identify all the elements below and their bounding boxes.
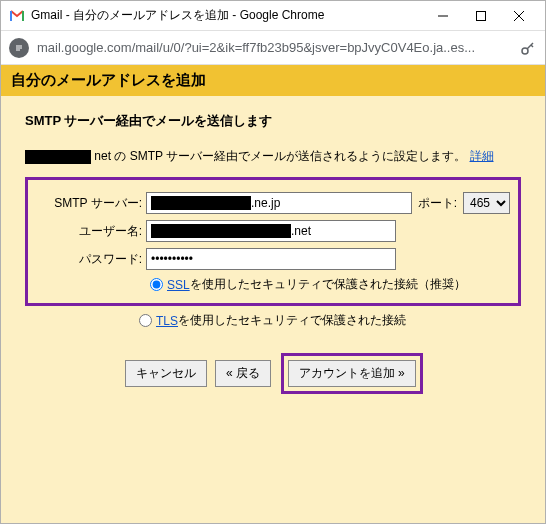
redacted-smtp-host — [151, 196, 251, 210]
svg-rect-1 — [477, 11, 486, 20]
smtp-server-row: SMTP サーバー: .ne.jp ポート: 465 — [36, 192, 510, 214]
window-titlebar: Gmail - 自分のメールアドレスを追加 - Google Chrome — [1, 1, 545, 31]
tls-text: を使用したセキュリティで保護された接続 — [178, 312, 406, 329]
add-account-button[interactable]: アカウントを追加 » — [288, 360, 416, 387]
port-select[interactable]: 465 — [463, 192, 510, 214]
ssl-link[interactable]: SSL — [167, 278, 190, 292]
cancel-button[interactable]: キャンセル — [125, 360, 207, 387]
redacted-domain — [25, 150, 91, 164]
add-account-highlight: アカウントを追加 » — [281, 353, 423, 394]
smtp-server-label: SMTP サーバー: — [36, 195, 146, 212]
ssl-radio[interactable] — [150, 278, 163, 291]
window-title: Gmail - 自分のメールアドレスを追加 - Google Chrome — [31, 7, 425, 24]
username-input[interactable]: .net — [146, 220, 396, 242]
window-controls — [425, 4, 537, 28]
password-row: パスワード: •••••••••• — [36, 248, 510, 270]
username-row: ユーザー名: .net — [36, 220, 510, 242]
back-button[interactable]: « 戻る — [215, 360, 271, 387]
button-row: キャンセル « 戻る アカウントを追加 » — [25, 353, 521, 394]
gmail-icon — [9, 8, 25, 24]
tls-radio[interactable] — [139, 314, 152, 327]
maximize-button[interactable] — [463, 4, 499, 28]
smtp-server-suffix: .ne.jp — [251, 196, 280, 210]
password-value: •••••••••• — [151, 252, 193, 266]
body-area: SMTP サーバー経由でメールを送信します net の SMTP サーバー経由で… — [1, 96, 545, 410]
page-content: 自分のメールアドレスを追加 SMTP サーバー経由でメールを送信します net … — [1, 65, 545, 523]
page-title: 自分のメールアドレスを追加 — [11, 71, 535, 90]
username-suffix: .net — [291, 224, 311, 238]
ssl-option-row: SSL を使用したセキュリティで保護された接続（推奨） — [150, 276, 510, 293]
password-label: パスワード: — [36, 251, 146, 268]
minimize-button[interactable] — [425, 4, 461, 28]
url-text[interactable]: mail.google.com/mail/u/0/?ui=2&ik=ff7fb2… — [37, 40, 511, 55]
description-text: net の SMTP サーバー経由でメールが送信されるように設定します。 — [94, 149, 466, 163]
browser-window: Gmail - 自分のメールアドレスを追加 - Google Chrome ma… — [0, 0, 546, 524]
username-label: ユーザー名: — [36, 223, 146, 240]
close-icon — [514, 11, 524, 21]
tls-link[interactable]: TLS — [156, 314, 178, 328]
subtitle: SMTP サーバー経由でメールを送信します — [25, 112, 521, 130]
maximize-icon — [476, 11, 486, 21]
smtp-server-input[interactable]: .ne.jp — [146, 192, 412, 214]
smtp-form-highlight: SMTP サーバー: .ne.jp ポート: 465 ユーザー名: .net — [25, 177, 521, 306]
site-info-icon[interactable] — [9, 38, 29, 58]
tls-option-row: TLS を使用したセキュリティで保護された接続 — [139, 312, 521, 329]
detail-link[interactable]: 詳細 — [470, 149, 494, 163]
url-bar: mail.google.com/mail/u/0/?ui=2&ik=ff7fb2… — [1, 31, 545, 65]
minimize-icon — [438, 11, 448, 21]
redacted-username — [151, 224, 291, 238]
svg-line-9 — [531, 45, 533, 47]
close-button[interactable] — [501, 4, 537, 28]
page-header: 自分のメールアドレスを追加 — [1, 65, 545, 96]
ssl-text: を使用したセキュリティで保護された接続（推奨） — [190, 276, 466, 293]
key-icon[interactable] — [519, 39, 537, 57]
port-label: ポート: — [418, 195, 457, 212]
description-line: net の SMTP サーバー経由でメールが送信されるように設定します。 詳細 — [25, 148, 521, 165]
password-input[interactable]: •••••••••• — [146, 248, 396, 270]
